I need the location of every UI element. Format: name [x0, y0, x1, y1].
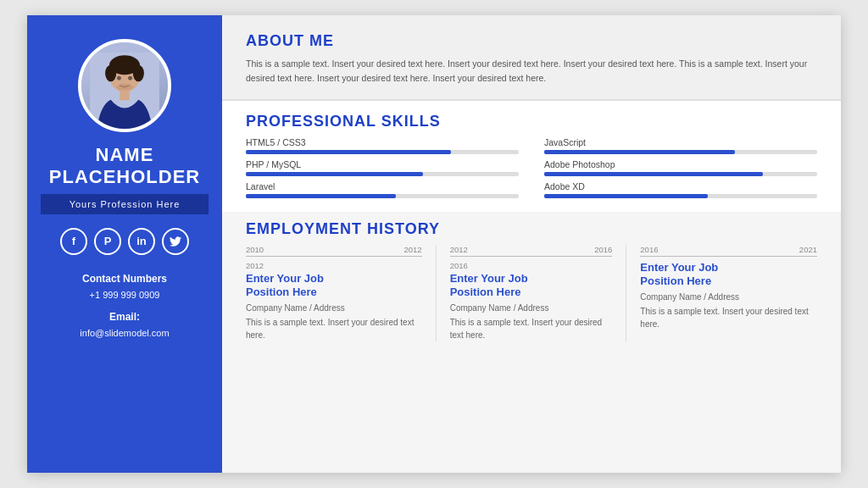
skills-right: JavaScript Adobe Photoshop Adobe XD [544, 137, 817, 203]
year-start: 2012 [450, 245, 468, 254]
job-1-years: 2010 2012 [246, 245, 422, 254]
svg-point-6 [128, 76, 132, 80]
name-line1: NAME [49, 144, 200, 166]
skill-item: Adobe XD [544, 181, 817, 198]
job-3-desc: This is a sample text. Insert your desir… [640, 305, 817, 330]
year-start: 2016 [640, 245, 658, 254]
job-2-title: Enter Your Job Position Here [450, 272, 613, 301]
sidebar: NAME PLACEHOLDER Yours Profession Here f… [27, 15, 222, 473]
email-value: info@slidemodel.com [80, 325, 169, 341]
skill-item: Laravel [246, 181, 519, 198]
skill-bar-fill [246, 172, 423, 176]
svg-rect-8 [120, 90, 129, 100]
skill-bar-fill [544, 172, 763, 176]
person-illustration [86, 53, 163, 129]
year-start2: 2016 [450, 261, 468, 270]
name-line2: PLACEHOLDER [49, 166, 200, 188]
year-start2: 2012 [246, 261, 264, 270]
job-2-year2: 2016 [450, 261, 613, 270]
job-3-title: Enter Your Job Position Here [640, 261, 817, 290]
skill-item: Adobe Photoshop [544, 159, 817, 176]
about-section: ABOUT ME This is a sample text. Insert y… [222, 15, 841, 101]
name-block: NAME PLACEHOLDER [49, 144, 200, 189]
job-1-title: Enter Your Job Position Here [246, 272, 422, 301]
svg-point-3 [105, 65, 116, 82]
job-1-company: Company Name / Address [246, 303, 422, 313]
year-end: 2021 [799, 245, 817, 254]
skill-item: HTML5 / CSS3 [246, 137, 519, 154]
job-1: 2010 2012 2012 Enter Your Job Position H… [246, 245, 437, 342]
pinterest-icon[interactable]: P [94, 228, 121, 255]
contact-phone: +1 999 999 0909 [80, 287, 169, 303]
skill-bar-bg [544, 172, 817, 176]
skill-bar-fill [544, 194, 708, 198]
skill-label: HTML5 / CSS3 [246, 137, 519, 147]
contact-block: Contact Numbers +1 999 999 0909 Email: i… [80, 270, 169, 341]
job-1-desc: This is a sample text. Insert your desir… [246, 316, 422, 341]
job-2-company: Company Name / Address [450, 303, 613, 313]
job-title-line2: Position Here [450, 286, 521, 298]
avatar [81, 42, 168, 129]
job-3: 2016 2021 Enter Your Job Position Here C… [626, 245, 817, 342]
about-text: This is a sample text. Insert your desir… [246, 57, 817, 86]
skill-item: PHP / MySQL [246, 159, 519, 176]
skill-label: Adobe Photoshop [544, 159, 817, 169]
skill-bar-fill [544, 150, 735, 154]
profession-bar: Yours Profession Here [41, 194, 209, 214]
skill-label: Laravel [246, 181, 519, 191]
svg-point-4 [133, 65, 144, 82]
job-title-line1: Enter Your Job [640, 261, 718, 274]
job-title-line2: Position Here [640, 274, 711, 287]
year-end: 2016 [594, 245, 612, 254]
profession-text: Yours Profession Here [70, 199, 181, 209]
resume-container: NAME PLACEHOLDER Yours Profession Here f… [27, 15, 841, 473]
skill-item: JavaScript [544, 137, 817, 154]
avatar-wrapper [78, 39, 171, 132]
skill-label: PHP / MySQL [246, 159, 519, 169]
job-title-line1: Enter Your Job [450, 272, 528, 285]
skills-grid: HTML5 / CSS3 PHP / MySQL Laravel [246, 137, 817, 203]
skill-label: Adobe XD [544, 181, 817, 191]
skill-bar-bg [246, 150, 519, 154]
skill-bar-bg [246, 194, 519, 198]
employment-title: EMPLOYMENT HISTORY [246, 220, 817, 238]
skill-bar-bg [544, 150, 817, 154]
skills-title: PROFESSIONAL SKILLS [246, 113, 817, 130]
email-label: Email: [80, 308, 169, 325]
employment-section: EMPLOYMENT HISTORY 2010 2012 2012 Enter … [222, 212, 841, 473]
job-1-year2: 2012 [246, 261, 422, 270]
social-icons: f P in [60, 228, 189, 255]
job-2: 2012 2016 2016 Enter Your Job Position H… [437, 245, 627, 342]
job-2-years: 2012 2016 [450, 245, 613, 254]
employment-grid: 2010 2012 2012 Enter Your Job Position H… [246, 245, 817, 342]
job-title-line1: Enter Your Job [246, 272, 324, 285]
skill-label: JavaScript [544, 137, 817, 147]
twitter-bird [170, 236, 181, 247]
job-3-company: Company Name / Address [640, 292, 817, 302]
twitter-icon[interactable] [162, 228, 189, 255]
svg-point-7 [116, 84, 133, 91]
svg-point-5 [117, 76, 121, 80]
year-end: 2012 [404, 245, 422, 254]
year-start: 2010 [246, 245, 264, 254]
skill-bar-fill [246, 150, 451, 154]
year-line [246, 256, 422, 257]
skills-left: HTML5 / CSS3 PHP / MySQL Laravel [246, 137, 519, 203]
skill-bar-fill [246, 194, 396, 198]
skill-bar-bg [544, 194, 817, 198]
contact-label: Contact Numbers [80, 270, 169, 287]
about-title: ABOUT ME [246, 32, 817, 50]
skills-section: PROFESSIONAL SKILLS HTML5 / CSS3 PHP / M… [222, 101, 841, 212]
year-line [450, 256, 613, 257]
main-content: ABOUT ME This is a sample text. Insert y… [222, 15, 841, 473]
job-3-years: 2016 2021 [640, 245, 817, 254]
year-line [640, 256, 817, 257]
linkedin-icon[interactable]: in [128, 228, 155, 255]
facebook-icon[interactable]: f [60, 228, 87, 255]
job-2-desc: This is a sample text. Insert your desir… [450, 316, 613, 341]
job-title-line2: Position Here [246, 286, 317, 298]
skill-bar-bg [246, 172, 519, 176]
